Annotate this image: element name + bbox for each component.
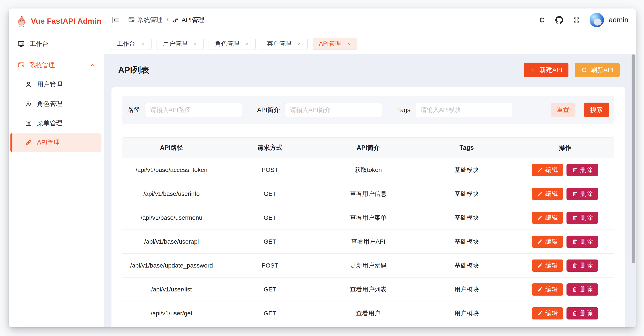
sidebar-item-system[interactable]: 系统管理 bbox=[10, 56, 102, 74]
collapse-sidebar-icon[interactable] bbox=[112, 16, 120, 24]
sidebar-item-roles[interactable]: 角色管理 bbox=[10, 95, 102, 113]
delete-button[interactable]: 删除 bbox=[566, 236, 598, 248]
main-area: 系统管理 / API管理 admin 工作台 用户管理 bbox=[104, 8, 636, 327]
sidebar-item-workbench[interactable]: 工作台 bbox=[10, 35, 102, 53]
breadcrumb-separator: / bbox=[166, 16, 168, 24]
trash-icon bbox=[572, 311, 578, 316]
tab-api[interactable]: API管理 bbox=[313, 38, 357, 50]
refresh-api-button[interactable]: 刷新API bbox=[575, 63, 620, 77]
trash-icon bbox=[572, 167, 578, 173]
page-head: API列表 新建API 刷新API bbox=[118, 62, 620, 78]
pencil-icon bbox=[537, 287, 543, 292]
new-api-button[interactable]: 新建API bbox=[524, 63, 568, 77]
summary-label: API简介 bbox=[257, 106, 280, 114]
delete-button[interactable]: 删除 bbox=[566, 307, 598, 320]
delete-button[interactable]: 删除 bbox=[566, 164, 598, 176]
delete-button[interactable]: 删除 bbox=[566, 283, 598, 296]
tab-menus[interactable]: 菜单管理 bbox=[260, 38, 308, 50]
cell-path: /api/v1/base/userapi bbox=[122, 230, 221, 253]
trash-icon bbox=[572, 263, 578, 268]
cell-actions: 编辑删除 bbox=[516, 230, 614, 253]
tab-workbench[interactable]: 工作台 bbox=[110, 38, 152, 50]
username: admin bbox=[609, 16, 628, 24]
api-table-body: /api/v1/base/access_tokenPOST获取token基础模块… bbox=[122, 158, 614, 327]
sidebar-menu: 工作台 系统管理 用户管理 角色管理 菜单管理 API管理 bbox=[9, 35, 104, 152]
workbench-icon bbox=[18, 40, 25, 48]
table-row: /api/v1/user/getGET查看用户用户模块编辑删除 bbox=[122, 302, 614, 325]
cell-path: /api/v1/base/userinfo bbox=[122, 182, 221, 206]
delete-button[interactable]: 删除 bbox=[566, 260, 598, 272]
app-window: Vue FastAPI Admin 工作台 系统管理 用户管理 角色管理 bbox=[9, 8, 636, 327]
table-row: /api/v1/base/usermenuGET查看用户菜单基础模块编辑删除 bbox=[122, 206, 614, 230]
cell-summary: 查看用户菜单 bbox=[319, 206, 418, 229]
search-button[interactable]: 搜索 bbox=[584, 103, 609, 117]
cell-method: GET bbox=[221, 302, 319, 325]
fullscreen-icon[interactable] bbox=[573, 16, 580, 23]
pencil-icon bbox=[537, 215, 543, 221]
api-list-card: 路径 API简介 Tags 重置 搜索 bbox=[112, 87, 625, 327]
cell-tags: 用户模块 bbox=[417, 302, 516, 325]
close-icon[interactable] bbox=[297, 41, 301, 46]
breadcrumb-item-system[interactable]: 系统管理 bbox=[128, 16, 163, 24]
header-actions: admin bbox=[538, 13, 628, 27]
trash-icon bbox=[572, 239, 578, 244]
close-icon[interactable] bbox=[141, 41, 145, 46]
table-row: /api/v1/base/update_passwordPOST更新用户密码基础… bbox=[122, 254, 614, 278]
cell-tags: 基础模块 bbox=[417, 230, 516, 253]
cell-actions: 编辑删除 bbox=[516, 302, 614, 325]
edit-button[interactable]: 编辑 bbox=[532, 188, 563, 200]
cell-summary: 更新用户密码 bbox=[319, 254, 418, 277]
cell-path: /api/v1/user/get bbox=[122, 302, 221, 325]
cell-tags: 基础模块 bbox=[417, 182, 516, 206]
cell-method: GET bbox=[221, 182, 319, 206]
cell-actions: 编辑删除 bbox=[516, 278, 614, 301]
app-logo[interactable]: Vue FastAPI Admin bbox=[9, 8, 104, 27]
vertical-scrollbar[interactable] bbox=[632, 54, 635, 263]
sidebar-item-users[interactable]: 用户管理 bbox=[10, 75, 102, 94]
path-input[interactable] bbox=[145, 103, 242, 117]
close-icon[interactable] bbox=[193, 41, 197, 46]
close-icon[interactable] bbox=[245, 41, 249, 46]
summary-input[interactable] bbox=[285, 103, 382, 117]
delete-button[interactable]: 删除 bbox=[566, 212, 598, 224]
cell-summary: 查看用户 bbox=[319, 302, 418, 325]
cell-tags: 用户模块 bbox=[417, 278, 516, 301]
table-row: /api/v1/user/listGET查看用户列表用户模块编辑删除 bbox=[122, 278, 614, 302]
cell-method: POST bbox=[221, 254, 319, 277]
header: 系统管理 / API管理 admin bbox=[104, 8, 636, 34]
table-row: /api/v1/base/userapiGET查看用户API基础模块编辑删除 bbox=[122, 230, 614, 254]
delete-button[interactable]: 删除 bbox=[566, 188, 598, 200]
cell-path: /api/v1/base/access_token bbox=[122, 158, 221, 182]
tab-users[interactable]: 用户管理 bbox=[156, 38, 204, 50]
cell-path: /api/v1/base/usermenu bbox=[122, 206, 221, 229]
sidebar-item-label: 角色管理 bbox=[37, 100, 62, 108]
user-menu[interactable]: admin bbox=[590, 13, 628, 27]
cell-summary: 获取token bbox=[319, 158, 418, 182]
tab-roles[interactable]: 角色管理 bbox=[208, 38, 256, 50]
cell-method: GET bbox=[221, 278, 319, 301]
filter-bar: 路径 API简介 Tags 重置 搜索 bbox=[122, 96, 614, 124]
system-icon bbox=[18, 61, 25, 69]
trash-icon bbox=[572, 287, 578, 292]
tags-input[interactable] bbox=[416, 103, 512, 117]
edit-button[interactable]: 编辑 bbox=[532, 236, 563, 248]
reset-button[interactable]: 重置 bbox=[550, 103, 576, 117]
trash-icon bbox=[572, 191, 578, 197]
role-icon bbox=[25, 100, 32, 108]
breadcrumb-item-api[interactable]: API管理 bbox=[172, 16, 204, 24]
pencil-icon bbox=[537, 191, 543, 197]
cell-tags: 基础模块 bbox=[417, 206, 516, 229]
theme-toggle-icon[interactable] bbox=[538, 16, 546, 24]
edit-button[interactable]: 编辑 bbox=[532, 260, 563, 272]
pencil-icon bbox=[537, 311, 543, 316]
edit-button[interactable]: 编辑 bbox=[532, 283, 563, 296]
edit-button[interactable]: 编辑 bbox=[532, 212, 563, 224]
pencil-icon bbox=[537, 167, 543, 173]
edit-button[interactable]: 编辑 bbox=[532, 164, 563, 176]
edit-button[interactable]: 编辑 bbox=[532, 307, 563, 320]
cell-actions: 编辑删除 bbox=[516, 206, 614, 229]
github-icon[interactable] bbox=[555, 16, 564, 24]
sidebar-item-menus[interactable]: 菜单管理 bbox=[10, 114, 102, 132]
close-icon[interactable] bbox=[346, 41, 351, 46]
sidebar-item-api[interactable]: API管理 bbox=[10, 134, 102, 152]
